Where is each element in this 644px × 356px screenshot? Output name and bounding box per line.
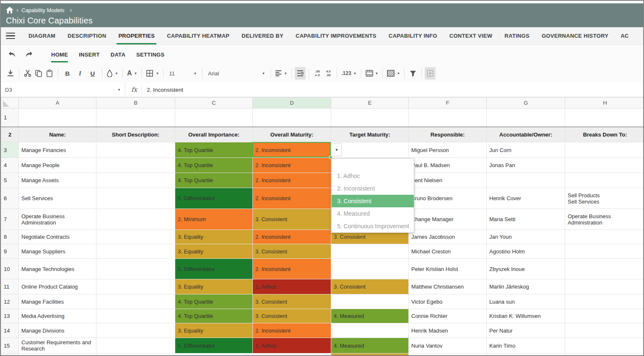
cell-H15[interactable] xyxy=(565,338,644,353)
cell-E15[interactable]: 4. Measured xyxy=(331,338,409,353)
row-header-14[interactable]: 14 xyxy=(1,323,19,338)
cell-D1[interactable] xyxy=(253,108,331,127)
row-header-4[interactable]: 4 xyxy=(1,158,19,173)
row-header-9[interactable]: 9 xyxy=(1,244,19,259)
cut-icon[interactable] xyxy=(22,67,33,80)
cell-H2[interactable]: Breaks Down To: xyxy=(565,127,644,142)
cell-D8[interactable]: 2. Inconsistent xyxy=(253,230,331,244)
row-header-15[interactable]: 15 xyxy=(1,338,19,353)
cell-B3[interactable] xyxy=(96,142,175,158)
column-header-G[interactable]: G xyxy=(487,98,565,108)
tab-ac[interactable]: AC xyxy=(621,27,628,44)
column-header-C[interactable]: C xyxy=(175,98,253,108)
column-header-F[interactable]: F xyxy=(409,98,487,108)
column-header-E[interactable]: E xyxy=(331,98,409,108)
cell-C14[interactable]: 3. Equality xyxy=(175,323,253,338)
cell-C15[interactable]: 5. Differentiator xyxy=(175,338,253,353)
number-format-button[interactable]: .123 ▼ xyxy=(340,67,358,80)
ribbon-tab-insert[interactable]: INSERT xyxy=(79,45,99,64)
cell-B11[interactable] xyxy=(96,279,175,294)
home-icon[interactable] xyxy=(6,7,13,13)
column-header-A[interactable]: A xyxy=(19,98,96,108)
ribbon-tab-settings[interactable]: SETTINGS xyxy=(136,45,164,64)
row-header-10[interactable]: 10 xyxy=(1,259,19,279)
cell-A10[interactable]: Manage Technologies xyxy=(19,259,96,279)
cell-G12[interactable]: Luana sun xyxy=(487,294,565,309)
cell-C13[interactable]: 4. Top Quartile xyxy=(175,309,253,323)
cell-E9[interactable] xyxy=(331,244,409,259)
paste-icon[interactable] xyxy=(44,67,55,80)
cell-G2[interactable]: Accountable/Owner: xyxy=(487,127,565,142)
cell-G4[interactable]: Jonas Pan xyxy=(487,158,565,173)
cell-G11[interactable]: Marlin Järleskog xyxy=(487,279,565,294)
cell-B9[interactable] xyxy=(96,244,175,259)
cell-B2[interactable]: Short Description: xyxy=(96,127,175,142)
cell-name-box[interactable]: D3 ▼ xyxy=(1,83,125,97)
row-header-8[interactable]: 8 xyxy=(1,230,19,244)
cell-E13[interactable]: 4. Measured xyxy=(331,309,409,323)
cell-B15[interactable] xyxy=(96,338,175,353)
cell-H4[interactable] xyxy=(565,158,644,173)
cell-C6[interactable]: 5. Differentiator xyxy=(175,188,253,209)
text-wrap-button[interactable] xyxy=(295,67,306,80)
cell-D10[interactable]: 2. Inconsistent xyxy=(253,259,331,279)
cell-G1[interactable] xyxy=(487,108,565,127)
alternating-colors-button[interactable]: ▼ xyxy=(386,67,401,80)
cell-H3[interactable] xyxy=(565,142,644,158)
cell-A3[interactable]: Manage Financies xyxy=(19,142,96,158)
cell-H13[interactable] xyxy=(565,309,644,323)
cell-H7[interactable]: Operate Business Administration xyxy=(565,209,644,230)
cell-F10[interactable]: Peter Kristian Holst xyxy=(409,259,487,279)
tab-delivered-by[interactable]: DELIVERED BY xyxy=(242,27,283,44)
tab-capability-info[interactable]: CAPABILITY INFO xyxy=(389,27,437,44)
cell-D11[interactable]: 1. Adhoc xyxy=(253,279,331,294)
cell-G7[interactable]: Maria Setti xyxy=(487,209,565,230)
decrease-decimal-button[interactable]: 4.0.00 xyxy=(323,67,334,80)
cell-G5[interactable] xyxy=(487,173,565,188)
cell-B6[interactable] xyxy=(96,188,175,209)
cell-F6[interactable]: Bruno Brodersen xyxy=(409,188,487,209)
cell-F9[interactable]: Michael Creston xyxy=(409,244,487,259)
menu-icon[interactable] xyxy=(6,31,15,41)
cell-C7[interactable]: 2. Minimum xyxy=(175,209,253,230)
cell-E2[interactable]: Target Maturity: xyxy=(331,127,409,142)
copy-icon[interactable] xyxy=(33,67,44,80)
underline-button[interactable]: U xyxy=(86,67,99,80)
text-color-button[interactable]: A ▼ xyxy=(126,67,138,80)
cell-E14[interactable] xyxy=(331,323,409,338)
freeze-panes-button[interactable]: ▼ xyxy=(364,67,380,80)
row-header-2[interactable]: 2 xyxy=(1,127,19,142)
cell-C1[interactable] xyxy=(175,108,253,127)
cell-F7[interactable]: Change Manager xyxy=(409,209,487,230)
cell-E3[interactable] xyxy=(331,142,409,158)
tab-ratings[interactable]: RATINGS xyxy=(504,27,530,44)
cell-C5[interactable]: 4. Top Quartile xyxy=(175,173,253,188)
dropdown-option-1-adhoc[interactable]: 1. Adhoc xyxy=(332,170,414,182)
cell-G15[interactable]: Karin Timo xyxy=(487,338,565,353)
font-size-select[interactable]: 11 ▼ xyxy=(166,67,199,80)
formula-input[interactable]: 2. Inconsistent xyxy=(142,87,183,93)
cell-C11[interactable]: 3. Equality xyxy=(175,279,253,294)
cell-F1[interactable] xyxy=(409,108,487,127)
dropdown-option-5-continuous-improvement[interactable]: 5. Continuous Improvement xyxy=(332,220,414,232)
cell-H10[interactable] xyxy=(565,259,644,279)
cell-D6[interactable]: 2. Inconsistent xyxy=(253,188,331,209)
cell-E11[interactable]: 3. Consistent xyxy=(331,279,409,294)
gridlines-toggle[interactable] xyxy=(425,67,436,80)
cell-F11[interactable]: Matthew Christiansen xyxy=(409,279,487,294)
cell-F15[interactable]: Nuria Vantov xyxy=(409,338,487,353)
cell-H12[interactable] xyxy=(565,294,644,309)
cell-C12[interactable]: 4. Top Quartile xyxy=(175,294,253,309)
cell-F16[interactable] xyxy=(409,353,487,356)
breadcrumb-item[interactable]: Capability Models xyxy=(21,7,65,13)
row-header-1[interactable]: 1 xyxy=(1,108,19,127)
cell-B4[interactable] xyxy=(96,158,175,173)
cell-A8[interactable]: Negotiate Contracts xyxy=(19,230,96,244)
cell-G9[interactable]: Agostino Holm xyxy=(487,244,565,259)
cell-A16[interactable] xyxy=(19,353,96,356)
cell-D7[interactable]: 3. Consistent xyxy=(253,209,331,230)
cell-F12[interactable]: Victor Egebo xyxy=(409,294,487,309)
cell-B5[interactable] xyxy=(96,173,175,188)
column-header-D[interactable]: D xyxy=(253,98,331,108)
cell-A15[interactable]: Customer Requirements and Research xyxy=(19,338,96,353)
